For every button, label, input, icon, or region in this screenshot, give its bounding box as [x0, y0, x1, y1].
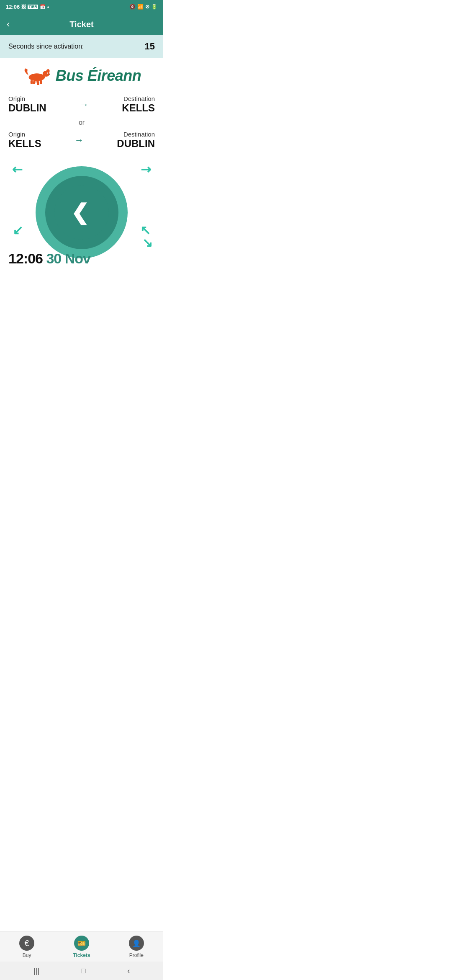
route2-origin-label: Origin: [8, 131, 41, 138]
logo-area: Bus Éireann: [8, 66, 155, 85]
svg-rect-3: [40, 80, 42, 84]
company-name: Bus Éireann: [56, 67, 141, 85]
battery-icon: 🔋: [151, 4, 157, 10]
ticket-visual: ↙ ↙ ↙ ↗ ↙ ❮ 12:06 30 Nov: [8, 158, 155, 267]
dot-indicator: •: [47, 4, 49, 10]
route2-dest-label: Destination: [117, 131, 155, 138]
svg-point-0: [28, 73, 45, 81]
corner-arrow-bl: ↙: [13, 223, 23, 237]
timestamp-date: 30 Nov: [46, 250, 90, 266]
route2-destination: Destination DUBLIN: [117, 131, 155, 150]
corner-arrow-tl: ↙: [9, 160, 26, 178]
route1-origin: Origin DUBLIN: [8, 95, 46, 114]
dog-logo: [22, 66, 51, 85]
route2-row: Origin KELLS → Destination DUBLIN: [8, 131, 155, 150]
back-button[interactable]: ‹: [7, 19, 10, 30]
corner-arrow-bc: ↙: [142, 235, 153, 250]
header: ‹ Ticket: [0, 13, 163, 35]
corner-arrow-tr: ↙: [136, 160, 154, 178]
back-chevron-icon: ❮: [71, 201, 89, 223]
mute-icon: 🔇: [129, 4, 136, 10]
route1-dest-label: Destination: [122, 95, 155, 102]
route2-origin-city: KELLS: [8, 138, 41, 150]
or-line-right: [89, 123, 155, 123]
svg-rect-5: [30, 80, 33, 84]
activation-count: 15: [145, 41, 155, 52]
circle-inner: ❮: [54, 185, 109, 240]
page-title: Ticket: [69, 20, 93, 29]
no-entry-icon: ⊘: [145, 4, 149, 10]
main-content: Bus Éireann Origin DUBLIN → Destination …: [0, 58, 163, 275]
calendar-icon: 📅: [40, 4, 46, 10]
route1-destination: Destination KELLS: [122, 95, 155, 114]
route1-dest-city: KELLS: [122, 102, 155, 114]
activation-label: Seconds since activation:: [8, 43, 84, 50]
svg-point-8: [47, 73, 48, 73]
svg-point-9: [49, 74, 49, 75]
route1-row: Origin DUBLIN → Destination KELLS: [8, 95, 155, 114]
wifi-icon: 📶: [137, 4, 144, 10]
ticket-timestamp: 12:06 30 Nov: [8, 250, 90, 267]
status-right: 🔇 📶 ⊘ 🔋: [129, 4, 157, 10]
route1-origin-label: Origin: [8, 95, 46, 102]
tier-icon: TIER: [28, 5, 38, 9]
route1-arrow: →: [80, 99, 89, 110]
status-bar: 12:06 🖼 TIER 📅 • 🔇 📶 ⊘ 🔋: [0, 0, 163, 13]
photo-icon: 🖼: [21, 4, 26, 9]
route1-origin-city: DUBLIN: [8, 102, 46, 114]
status-left: 12:06 🖼 TIER 📅 •: [6, 4, 49, 10]
route2-origin: Origin KELLS: [8, 131, 41, 150]
circles-container: ❮: [36, 166, 128, 258]
status-time: 12:06: [6, 4, 20, 10]
or-text: or: [79, 119, 85, 126]
activation-bar: Seconds since activation: 15: [0, 35, 163, 58]
timestamp-time: 12:06: [8, 250, 43, 266]
or-divider: or: [8, 119, 155, 126]
route2-dest-city: DUBLIN: [117, 138, 155, 150]
route2-section: Origin KELLS → Destination DUBLIN: [8, 131, 155, 150]
or-line-left: [8, 123, 74, 123]
route1-section: Origin DUBLIN → Destination KELLS: [8, 95, 155, 114]
route2-arrow: →: [74, 135, 84, 146]
svg-rect-6: [33, 80, 36, 84]
